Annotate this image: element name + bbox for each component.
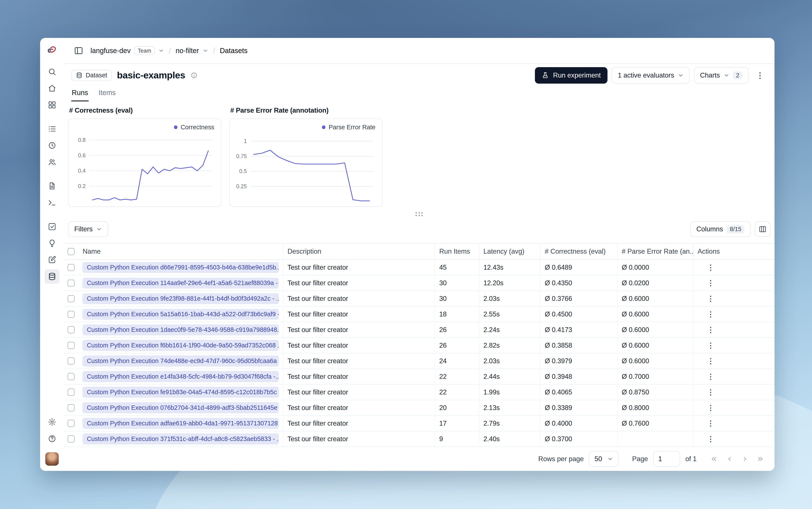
sidebar-item-prompts[interactable]: [45, 179, 59, 193]
run-latency-value: 2.44s: [479, 369, 541, 384]
breadcrumb-section-datasets[interactable]: Datasets: [220, 47, 248, 55]
select-all-checkbox[interactable]: [68, 248, 74, 255]
sidebar-item-search[interactable]: [45, 65, 59, 79]
run-name-link[interactable]: Custom Python Execution 076b2704-341d-48…: [82, 402, 279, 413]
row-checkbox[interactable]: [68, 295, 74, 302]
row-checkbox[interactable]: [68, 326, 74, 333]
sidebar-item-datasets[interactable]: [45, 269, 59, 284]
sidebar-item-insights[interactable]: [45, 236, 59, 250]
row-actions-button[interactable]: ⋮: [704, 387, 717, 397]
table-row: Custom Python Execution adfae619-abb0-4d…: [64, 416, 775, 432]
langfuse-logo-icon: [46, 44, 58, 57]
row-checkbox[interactable]: [68, 420, 74, 427]
sidebar-item-home[interactable]: [45, 81, 59, 96]
column-header-correctness[interactable]: # Correctness (eval): [541, 244, 617, 260]
sidebar-item-help[interactable]: [45, 432, 59, 446]
run-correctness-value: Ø 0.4350: [541, 275, 617, 291]
column-header-name[interactable]: Name: [78, 244, 283, 260]
sidebar-item-playground[interactable]: [45, 195, 59, 210]
row-checkbox[interactable]: [68, 358, 74, 364]
row-actions-button[interactable]: ⋮: [704, 294, 717, 303]
column-header-latency[interactable]: Latency (avg): [479, 244, 541, 260]
tab-items[interactable]: Items: [98, 86, 116, 101]
last-page-button[interactable]: [754, 452, 767, 466]
run-name-link[interactable]: Custom Python Execution 371f531c-abff-4d…: [82, 433, 279, 444]
table-row: Custom Python Execution f6bb1614-1f90-40…: [64, 338, 775, 353]
row-actions-button[interactable]: ⋮: [704, 419, 717, 428]
user-avatar[interactable]: [45, 452, 59, 466]
dataset-badge-label: Dataset: [86, 72, 107, 79]
run-name-link[interactable]: Custom Python Execution 114aa9ef-29e6-4e…: [82, 278, 279, 289]
row-checkbox[interactable]: [68, 311, 74, 318]
column-header-actions: Actions: [693, 244, 775, 260]
sidebar-item-evaluation[interactable]: [45, 219, 59, 234]
row-actions-button[interactable]: ⋮: [704, 309, 717, 319]
row-actions-button[interactable]: ⋮: [704, 325, 717, 334]
row-checkbox[interactable]: [68, 280, 74, 286]
run-name-link[interactable]: Custom Python Execution 9fe23f98-881e-44…: [82, 293, 279, 304]
evaluators-label: 1 active evaluators: [618, 71, 674, 79]
row-actions-button[interactable]: ⋮: [704, 356, 717, 366]
previous-page-button[interactable]: [722, 452, 736, 466]
sidebar-item-users[interactable]: [45, 155, 59, 169]
run-name-link[interactable]: Custom Python Execution 1daec0f9-5e78-43…: [82, 325, 279, 335]
sidebar-item-dashboards[interactable]: [45, 98, 59, 112]
sidebar-item-sessions[interactable]: [45, 138, 59, 153]
row-actions-button[interactable]: ⋮: [704, 278, 717, 287]
database-icon: [76, 72, 82, 79]
database-icon: [48, 272, 57, 281]
row-actions-button[interactable]: ⋮: [704, 403, 717, 412]
org-switcher[interactable]: langfuse-dev Team: [90, 46, 164, 55]
row-checkbox[interactable]: [68, 388, 74, 396]
sidebar-toggle-button[interactable]: [71, 43, 86, 58]
rows-per-page-select[interactable]: 50: [589, 451, 618, 467]
columns-button[interactable]: Columns 8/15: [690, 222, 751, 237]
table-toolbar: Filters Columns 8/15: [64, 217, 775, 243]
next-page-button[interactable]: [738, 452, 751, 466]
square-check-icon: [48, 222, 57, 231]
run-latency-value: 2.03s: [479, 291, 541, 306]
column-header-parse-error[interactable]: # Parse Error Rate (an...: [618, 244, 693, 260]
row-checkbox[interactable]: [68, 435, 74, 442]
run-latency-value: 2.55s: [479, 307, 541, 322]
row-actions-button[interactable]: ⋮: [704, 372, 717, 381]
run-name-link[interactable]: Custom Python Execution 5a15a616-1bab-44…: [82, 309, 279, 320]
row-actions-button[interactable]: ⋮: [704, 434, 717, 444]
run-name-link[interactable]: Custom Python Execution d66e7991-8595-45…: [82, 262, 279, 273]
table-row: Custom Python Execution 114aa9ef-29e6-4e…: [64, 275, 775, 291]
page-menu-kebab[interactable]: ⋮: [753, 68, 767, 82]
row-checkbox[interactable]: [68, 404, 74, 411]
run-latency-value: 2.24s: [479, 322, 541, 337]
row-actions-button[interactable]: ⋮: [704, 263, 717, 272]
column-header-run-items[interactable]: Run Items: [435, 244, 479, 260]
run-name-link[interactable]: Custom Python Execution f6bb1614-1f90-40…: [82, 340, 279, 351]
page-number-input[interactable]: [653, 451, 680, 467]
run-name-link[interactable]: Custom Python Execution 74de488e-ec9d-47…: [82, 355, 279, 366]
panel-resize-handle[interactable]: [415, 211, 424, 217]
sidebar-item-annotation[interactable]: [45, 252, 59, 267]
project-switcher[interactable]: no-filter: [175, 47, 208, 55]
filters-button[interactable]: Filters: [68, 222, 108, 237]
info-icon[interactable]: [191, 72, 198, 79]
table-view-options-button[interactable]: [755, 222, 770, 237]
row-actions-button[interactable]: ⋮: [704, 341, 717, 350]
first-page-button[interactable]: [707, 452, 720, 466]
run-name-link[interactable]: Custom Python Execution fe91b83e-04a5-47…: [82, 386, 279, 398]
sidebar-item-tracing[interactable]: [45, 122, 59, 136]
sidebar-item-settings[interactable]: [45, 415, 59, 429]
tab-runs[interactable]: Runs: [71, 86, 89, 101]
page-actions: Run experiment 1 active evaluators Chart…: [535, 67, 767, 84]
row-checkbox[interactable]: [68, 373, 74, 380]
langfuse-logo[interactable]: [45, 44, 59, 57]
run-description: Test our filter creator: [283, 275, 435, 291]
row-checkbox[interactable]: [68, 264, 74, 271]
table-row: Custom Python Execution fe91b83e-04a5-47…: [64, 385, 775, 400]
evaluators-dropdown[interactable]: 1 active evaluators: [612, 67, 689, 84]
column-header-description[interactable]: Description: [283, 244, 435, 260]
run-name-link[interactable]: Custom Python Execution e14fa348-5cfc-49…: [82, 371, 279, 382]
charts-dropdown[interactable]: Charts 2: [694, 67, 749, 84]
row-checkbox[interactable]: [68, 342, 74, 349]
table-columns-icon: [758, 225, 767, 233]
run-experiment-button[interactable]: Run experiment: [535, 67, 607, 84]
run-name-link[interactable]: Custom Python Execution adfae619-abb0-4d…: [82, 418, 279, 429]
